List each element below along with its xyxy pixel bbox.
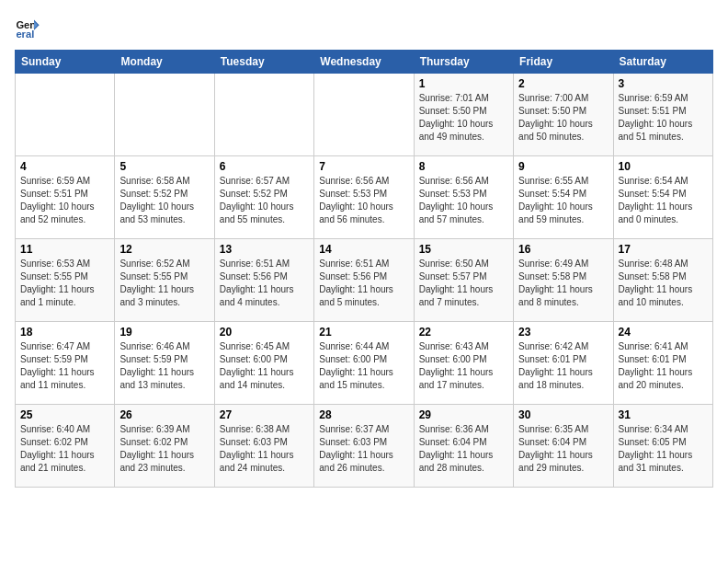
calendar-cell [314,74,414,156]
day-number: 6 [220,160,309,173]
day-number: 30 [518,408,608,421]
calendar-cell: 27Sunrise: 6:38 AM Sunset: 6:03 PM Dayli… [214,405,313,488]
day-info: Sunrise: 6:46 AM Sunset: 5:59 PM Dayligh… [119,340,209,392]
calendar-cell: 9Sunrise: 6:55 AM Sunset: 5:54 PM Daylig… [514,156,613,239]
calendar-cell: 31Sunrise: 6:34 AM Sunset: 6:05 PM Dayli… [613,405,712,488]
day-info: Sunrise: 6:35 AM Sunset: 6:04 PM Dayligh… [518,423,608,475]
calendar-cell: 26Sunrise: 6:39 AM Sunset: 6:02 PM Dayli… [115,405,214,488]
calendar-cell: 28Sunrise: 6:37 AM Sunset: 6:03 PM Dayli… [314,405,414,488]
day-info: Sunrise: 6:41 AM Sunset: 6:01 PM Dayligh… [619,340,708,392]
day-number: 11 [20,243,109,256]
day-info: Sunrise: 6:51 AM Sunset: 5:56 PM Dayligh… [220,258,309,309]
day-info: Sunrise: 6:52 AM Sunset: 5:55 PM Dayligh… [119,258,209,309]
calendar-week-1: 1Sunrise: 7:01 AM Sunset: 5:50 PM Daylig… [16,74,713,156]
calendar-header-row: SundayMondayTuesdayWednesdayThursdayFrid… [16,51,713,74]
day-info: Sunrise: 6:45 AM Sunset: 6:00 PM Dayligh… [220,340,309,392]
day-number: 27 [220,408,309,421]
day-number: 9 [518,160,608,173]
calendar-cell: 17Sunrise: 6:48 AM Sunset: 5:58 PM Dayli… [613,239,712,322]
calendar-cell: 22Sunrise: 6:43 AM Sunset: 6:00 PM Dayli… [414,322,513,405]
day-info: Sunrise: 6:56 AM Sunset: 5:53 PM Dayligh… [319,175,408,226]
calendar-cell [214,74,313,156]
day-number: 12 [119,243,209,256]
day-info: Sunrise: 6:47 AM Sunset: 5:59 PM Dayligh… [20,340,109,392]
day-info: Sunrise: 6:44 AM Sunset: 6:00 PM Dayligh… [319,340,408,392]
day-info: Sunrise: 6:57 AM Sunset: 5:52 PM Dayligh… [220,175,309,226]
calendar-cell: 23Sunrise: 6:42 AM Sunset: 6:01 PM Dayli… [514,322,613,405]
day-info: Sunrise: 6:39 AM Sunset: 6:02 PM Dayligh… [119,423,209,475]
day-number: 1 [419,77,508,90]
day-info: Sunrise: 6:49 AM Sunset: 5:58 PM Dayligh… [518,258,608,309]
day-header-monday: Monday [115,51,214,74]
day-info: Sunrise: 6:58 AM Sunset: 5:52 PM Dayligh… [119,175,209,226]
day-info: Sunrise: 6:38 AM Sunset: 6:03 PM Dayligh… [220,423,309,475]
day-info: Sunrise: 7:00 AM Sunset: 5:50 PM Dayligh… [518,92,608,144]
day-number: 31 [619,408,708,421]
calendar-cell: 16Sunrise: 6:49 AM Sunset: 5:58 PM Dayli… [514,239,613,322]
day-info: Sunrise: 6:37 AM Sunset: 6:03 PM Dayligh… [319,423,408,475]
day-info: Sunrise: 6:48 AM Sunset: 5:58 PM Dayligh… [619,258,708,309]
day-info: Sunrise: 6:59 AM Sunset: 5:51 PM Dayligh… [20,175,109,226]
calendar-week-4: 18Sunrise: 6:47 AM Sunset: 5:59 PM Dayli… [16,322,713,405]
calendar-cell: 1Sunrise: 7:01 AM Sunset: 5:50 PM Daylig… [414,74,513,156]
day-info: Sunrise: 7:01 AM Sunset: 5:50 PM Dayligh… [419,92,508,144]
day-number: 18 [20,326,109,339]
day-number: 7 [319,160,408,173]
day-number: 3 [619,77,708,90]
calendar-cell [115,74,214,156]
day-number: 4 [20,160,109,173]
calendar-cell: 14Sunrise: 6:51 AM Sunset: 5:56 PM Dayli… [314,239,414,322]
day-info: Sunrise: 6:59 AM Sunset: 5:51 PM Dayligh… [619,92,708,144]
day-info: Sunrise: 6:34 AM Sunset: 6:05 PM Dayligh… [619,423,708,475]
day-number: 17 [619,243,708,256]
day-number: 21 [319,326,408,339]
calendar-week-2: 4Sunrise: 6:59 AM Sunset: 5:51 PM Daylig… [16,156,713,239]
day-info: Sunrise: 6:56 AM Sunset: 5:53 PM Dayligh… [419,175,508,226]
day-number: 26 [119,408,209,421]
day-number: 2 [518,77,608,90]
day-header-saturday: Saturday [613,51,712,74]
day-number: 15 [419,243,508,256]
calendar-cell: 21Sunrise: 6:44 AM Sunset: 6:00 PM Dayli… [314,322,414,405]
day-number: 25 [20,408,109,421]
logo-icon: Gen eral [15,15,40,40]
calendar-cell: 20Sunrise: 6:45 AM Sunset: 6:00 PM Dayli… [214,322,313,405]
day-number: 22 [419,326,508,339]
calendar-cell: 30Sunrise: 6:35 AM Sunset: 6:04 PM Dayli… [514,405,613,488]
day-info: Sunrise: 6:55 AM Sunset: 5:54 PM Dayligh… [518,175,608,226]
day-number: 20 [220,326,309,339]
day-header-wednesday: Wednesday [314,51,414,74]
calendar-cell: 8Sunrise: 6:56 AM Sunset: 5:53 PM Daylig… [414,156,513,239]
calendar-cell: 3Sunrise: 6:59 AM Sunset: 5:51 PM Daylig… [613,74,712,156]
logo: Gen eral [15,15,44,40]
calendar-cell: 18Sunrise: 6:47 AM Sunset: 5:59 PM Dayli… [16,322,115,405]
day-number: 10 [619,160,708,173]
calendar-week-5: 25Sunrise: 6:40 AM Sunset: 6:02 PM Dayli… [16,405,713,488]
calendar-cell: 7Sunrise: 6:56 AM Sunset: 5:53 PM Daylig… [314,156,414,239]
day-number: 19 [119,326,209,339]
day-info: Sunrise: 6:50 AM Sunset: 5:57 PM Dayligh… [419,258,508,309]
calendar-cell: 10Sunrise: 6:54 AM Sunset: 5:54 PM Dayli… [613,156,712,239]
calendar-cell: 2Sunrise: 7:00 AM Sunset: 5:50 PM Daylig… [514,74,613,156]
day-number: 13 [220,243,309,256]
day-info: Sunrise: 6:36 AM Sunset: 6:04 PM Dayligh… [419,423,508,475]
calendar-cell: 29Sunrise: 6:36 AM Sunset: 6:04 PM Dayli… [414,405,513,488]
day-number: 29 [419,408,508,421]
calendar-week-3: 11Sunrise: 6:53 AM Sunset: 5:55 PM Dayli… [16,239,713,322]
calendar-cell: 11Sunrise: 6:53 AM Sunset: 5:55 PM Dayli… [16,239,115,322]
day-header-thursday: Thursday [414,51,513,74]
calendar-header: Gen eral [15,15,713,40]
day-number: 8 [419,160,508,173]
day-number: 24 [619,326,708,339]
calendar-cell: 24Sunrise: 6:41 AM Sunset: 6:01 PM Dayli… [613,322,712,405]
day-info: Sunrise: 6:54 AM Sunset: 5:54 PM Dayligh… [619,175,708,226]
day-info: Sunrise: 6:42 AM Sunset: 6:01 PM Dayligh… [518,340,608,392]
calendar-cell: 19Sunrise: 6:46 AM Sunset: 5:59 PM Dayli… [115,322,214,405]
svg-text:eral: eral [16,29,34,40]
calendar-cell: 5Sunrise: 6:58 AM Sunset: 5:52 PM Daylig… [115,156,214,239]
calendar-cell [16,74,115,156]
day-info: Sunrise: 6:51 AM Sunset: 5:56 PM Dayligh… [319,258,408,309]
day-info: Sunrise: 6:43 AM Sunset: 6:00 PM Dayligh… [419,340,508,392]
day-header-sunday: Sunday [16,51,115,74]
calendar-cell: 25Sunrise: 6:40 AM Sunset: 6:02 PM Dayli… [16,405,115,488]
